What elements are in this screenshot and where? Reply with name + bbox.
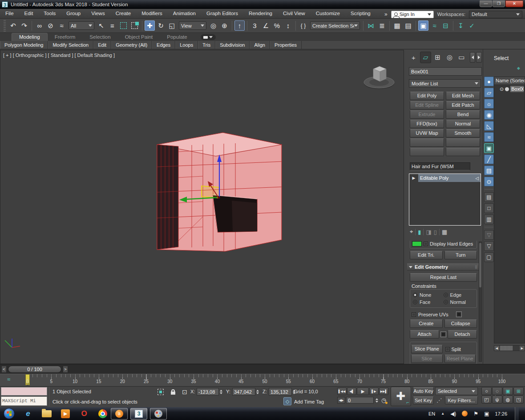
toggle-ribbon-icon[interactable]: ▣ [418, 20, 428, 31]
y-coordinate-field[interactable]: 347,042 [232, 388, 255, 396]
panel-dock-arrow-icon[interactable]: ◆ [517, 66, 520, 70]
display-bones-icon[interactable]: ╱ [484, 154, 494, 164]
set-key-button[interactable]: Set Key [413, 396, 434, 404]
preserve-uvs-checkbox[interactable] [412, 312, 416, 317]
scene-explorer-hscrollbar[interactable]: ◀ ▶ [494, 345, 525, 351]
detach-button[interactable]: Detach [448, 330, 477, 339]
panel-tab-display-icon[interactable]: ▭ [456, 52, 467, 63]
ribbon-geometry-all[interactable]: Geometry (All) [111, 41, 152, 49]
preserve-uvs-settings-button[interactable] [456, 311, 462, 317]
panel-tab-hierarchy-icon[interactable]: ⊞ [432, 52, 443, 63]
menu-customize[interactable]: Customize [311, 9, 345, 18]
tray-expand-icon[interactable]: ▲ [441, 412, 444, 416]
curve-editor-icon[interactable]: ≈ [429, 20, 440, 31]
time-configuration-icon[interactable]: ◷ [381, 397, 386, 404]
zoom-button[interactable]: ○ [481, 387, 492, 395]
slice-button[interactable]: Slice [411, 355, 443, 363]
panel-tab-modify-icon[interactable]: ▱ [420, 52, 431, 63]
edit-named-selection-sets-icon[interactable]: { } [298, 20, 308, 31]
edit-mesh-modifier-button[interactable]: Edit Mesh [446, 92, 480, 100]
restore-button[interactable]: ❐ [493, 0, 505, 7]
empty-modifier-button[interactable] [446, 148, 480, 156]
menu-tools[interactable]: Tools [38, 9, 61, 18]
zoom-region-button[interactable]: ◰ [481, 396, 492, 404]
x-spinner[interactable] [219, 388, 223, 396]
menu-civil-view[interactable]: Civil View [278, 9, 311, 18]
reference-coordinate-dropdown[interactable]: View [179, 21, 206, 30]
scroll-left-icon[interactable]: ◀ [494, 346, 499, 351]
next-frame-button[interactable]: ▌▶ [369, 388, 379, 395]
display-lights-icon[interactable]: ☼ [484, 99, 494, 109]
chrome-icon[interactable] [97, 408, 108, 419]
unlink-selection-icon[interactable]: ⊘ [45, 20, 56, 31]
orbit-button[interactable]: ◍ [503, 396, 513, 404]
visibility-eye-icon[interactable]: ⊙ [500, 86, 504, 92]
explorer-list-view-icon[interactable]: ▤ [484, 192, 494, 202]
edit-patch-modifier-button[interactable]: Edit Patch [446, 101, 480, 109]
speaker-icon[interactable]: ◀) [450, 411, 456, 417]
edit-tri-button[interactable]: Edit Tri. [410, 251, 443, 259]
go-to-start-button[interactable]: ▌◀◀ [337, 388, 347, 395]
constraint-normal-radio[interactable] [444, 300, 448, 304]
display-biped-icon[interactable]: ⊙ [484, 177, 494, 186]
pan-view-button[interactable]: ψ [492, 396, 502, 404]
show-desktop-button[interactable] [515, 407, 519, 420]
material-editor-icon[interactable]: ✓ [467, 20, 477, 31]
select-and-scale-icon[interactable]: ◱ [167, 20, 177, 31]
scrollbar-thumb[interactable] [500, 346, 513, 351]
ffd-box-modifier-button[interactable]: FFD(box) [410, 120, 444, 128]
empty-modifier-button[interactable] [410, 138, 444, 147]
window-crossing-toggle-icon[interactable] [129, 20, 140, 31]
repeat-last-button[interactable]: Repeat Last [410, 273, 477, 282]
ribbon-properties[interactable]: Properties [270, 41, 302, 49]
ribbon-edit[interactable]: Edit [93, 41, 111, 49]
split-checkbox[interactable] [445, 347, 450, 351]
empty-modifier-button[interactable] [410, 148, 444, 156]
language-indicator[interactable]: EN [428, 411, 435, 416]
show-end-result-icon[interactable]: ▮ [418, 229, 421, 235]
ribbon-modify-selection[interactable]: Modify Selection [48, 41, 93, 49]
display-geometry-icon[interactable]: ● [484, 77, 494, 86]
render-setup-icon[interactable]: ↧ [456, 20, 466, 31]
bend-modifier-button[interactable]: Bend [446, 110, 480, 119]
undo-icon[interactable]: ↶ [8, 20, 18, 31]
reset-plane-button[interactable]: Reset Plane [444, 355, 476, 363]
smooth-modifier-button[interactable]: Smooth [446, 129, 480, 137]
display-containers-icon[interactable]: ▤ [484, 166, 494, 175]
internet-explorer-icon[interactable]: e [23, 408, 33, 419]
auto-key-button[interactable]: Auto Key [413, 387, 434, 395]
select-and-move-icon[interactable]: ✚ [145, 20, 155, 31]
zoom-extents-all-button[interactable]: ⊞ [513, 387, 524, 395]
bind-to-space-warp-icon[interactable]: ≈ [57, 20, 67, 31]
edit-geometry-rollout-header[interactable]: Edit Geometry ⣿ [407, 263, 480, 271]
keyboard-shortcut-override-icon[interactable]: ↑ [234, 20, 245, 31]
minimize-button[interactable]: — [480, 0, 492, 7]
explorer-blank-icon[interactable]: □ [484, 203, 494, 213]
time-slider-thumb[interactable]: 0 / 100 [8, 366, 61, 373]
modifier-list-dropdown[interactable]: Modifier List [409, 79, 481, 88]
z-coordinate-field[interactable]: 135,132 [269, 388, 292, 396]
opera-icon[interactable]: O [79, 408, 89, 419]
paint-taskbar-button[interactable] [150, 408, 167, 420]
set-keys-button[interactable]: ✚ ⌐ [391, 387, 411, 406]
ribbon-subdivision[interactable]: Subdivision [215, 41, 250, 49]
close-button[interactable]: ✕ [505, 0, 523, 7]
menu-animation[interactable]: Animation [168, 9, 201, 18]
align-icon[interactable]: ≣ [377, 20, 387, 31]
workspaces-dropdown[interactable]: Default [469, 11, 522, 18]
display-helpers-icon[interactable]: ◺ [484, 121, 494, 131]
select-and-rotate-icon[interactable]: ↻ [156, 20, 166, 31]
slice-plane-button[interactable]: Slice Plane [411, 345, 443, 353]
mirror-icon[interactable]: ⋈ [366, 20, 376, 31]
filter-combinations-icon[interactable]: ▽ [484, 230, 494, 240]
set-key-mode-icon[interactable]: ⋰ [435, 396, 443, 404]
display-groups-icon[interactable]: ▣ [484, 143, 494, 153]
toggle-layer-explorer-icon[interactable]: ▤ [403, 20, 413, 31]
pin-stack-icon[interactable]: ⌖ [410, 228, 413, 235]
stack-expand-icon[interactable]: ▶ [409, 174, 418, 182]
ribbon-polygon-modeling[interactable]: Polygon Modeling [0, 41, 48, 49]
toolbar-drag-handle[interactable] [4, 20, 6, 32]
menu-views[interactable]: Views [86, 9, 110, 18]
frame-spinner[interactable] [375, 397, 379, 404]
network-icon[interactable]: ▣ [484, 411, 489, 417]
